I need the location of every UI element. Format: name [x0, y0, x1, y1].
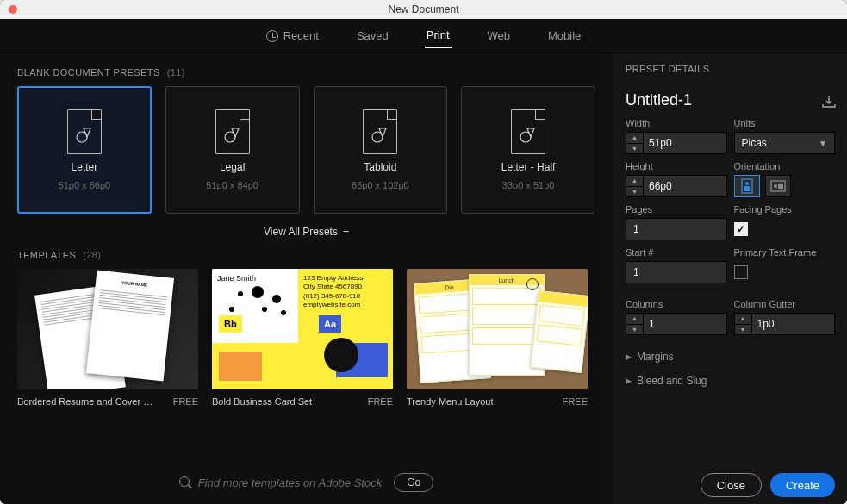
search-icon	[179, 476, 191, 488]
svg-rect-6	[744, 186, 750, 191]
presets-count: (11)	[167, 67, 185, 78]
window-close-dot[interactable]	[9, 5, 17, 14]
template-thumb[interactable]: YOUR NAME	[17, 269, 198, 389]
columns-value: 1	[649, 318, 655, 330]
height-stepper[interactable]: ▲▼	[626, 176, 644, 196]
margins-label: Margins	[637, 351, 674, 363]
tab-web[interactable]: Web	[486, 24, 513, 47]
template-name: Bordered Resume and Cover Let...	[17, 396, 155, 407]
titlebar: New Document	[0, 0, 847, 19]
orientation-portrait[interactable]	[734, 175, 760, 197]
template-thumb[interactable]: Din Lunch	[407, 269, 588, 389]
preset-name: Letter	[72, 161, 98, 173]
clock-icon	[266, 30, 278, 42]
start-input[interactable]: 1	[626, 261, 727, 283]
templates-count: (28)	[83, 250, 101, 260]
bleed-label: Bleed and Slug	[637, 375, 707, 387]
page-icon	[67, 109, 102, 154]
margins-disclosure[interactable]: ▶ Margins	[626, 351, 835, 363]
width-value: 51p0	[649, 137, 672, 149]
preset-name: Tabloid	[364, 161, 396, 173]
document-name-input[interactable]: Untitled-1	[626, 91, 692, 109]
units-label: Units	[734, 118, 836, 128]
stock-search: Find more templates on Adobe Stock Go	[17, 461, 595, 499]
tab-saved[interactable]: Saved	[355, 24, 390, 47]
biz-addr2: City State 4567890	[303, 283, 388, 291]
preset-name: Legal	[220, 161, 245, 173]
columns-stepper[interactable]: ▲▼	[626, 314, 644, 334]
preset-legal[interactable]: Legal 51p0 x 84p0	[165, 86, 300, 214]
units-select[interactable]: Picas ▼	[734, 132, 836, 154]
primary-text-frame-checkbox[interactable]	[734, 265, 748, 279]
width-input[interactable]: ▲▼ 51p0	[626, 132, 727, 154]
side-header-label: PRESET DETAILS	[626, 64, 710, 74]
template-name: Trendy Menu Layout	[407, 396, 493, 407]
gutter-input[interactable]: ▲▼ 1p0	[734, 313, 836, 335]
side-header: PRESET DETAILS	[626, 64, 835, 74]
presets-grid: Letter 51p0 x 66p0 Legal 51p0 x 84p0 Tab…	[17, 86, 595, 214]
preset-details-panel: PRESET DETAILS Untitled-1 Width ▲▼ 51p0 …	[613, 53, 847, 504]
template-thumb[interactable]: Jane Smith Bb 123 Empty Address City S	[212, 269, 393, 389]
template-resume: YOUR NAME Bordered Resume and Cover Let.…	[17, 269, 198, 407]
chevron-right-icon: ▶	[626, 352, 632, 361]
svg-rect-9	[778, 184, 783, 189]
view-all-presets-button[interactable]: View All Presets +	[17, 226, 595, 238]
start-label: Start #	[626, 247, 727, 258]
bleed-disclosure[interactable]: ▶ Bleed and Slug	[626, 375, 835, 387]
preset-tabloid[interactable]: Tabloid 66p0 x 102p0	[314, 86, 448, 214]
gutter-stepper[interactable]: ▲▼	[735, 314, 752, 334]
template-menu: Din Lunch Trendy Menu Layout FREE	[407, 269, 588, 407]
pages-input[interactable]: 1	[626, 218, 727, 240]
facing-pages-checkbox[interactable]: ✓	[734, 222, 748, 236]
template-business-card: Jane Smith Bb 123 Empty Address City S	[212, 269, 393, 407]
page-icon	[511, 109, 545, 154]
orientation-landscape[interactable]	[765, 175, 791, 197]
window-title: New Document	[388, 3, 458, 16]
units-value: Picas	[742, 137, 767, 149]
height-input[interactable]: ▲▼ 66p0	[626, 175, 727, 197]
preset-dimensions: 33p0 x 51p0	[502, 180, 555, 190]
templates-header: TEMPLATES (28)	[17, 250, 595, 260]
preset-letter[interactable]: Letter 51p0 x 66p0	[17, 86, 152, 214]
gutter-label: Column Gutter	[734, 299, 836, 309]
orientation-toggle	[734, 175, 836, 197]
create-label: Create	[786, 479, 819, 492]
height-value: 66p0	[649, 180, 672, 192]
width-label: Width	[626, 118, 727, 128]
tab-mobile-label: Mobile	[548, 29, 581, 42]
go-button[interactable]: Go	[394, 473, 433, 492]
go-label: Go	[407, 476, 420, 488]
orientation-label: Orientation	[734, 161, 836, 171]
columns-label: Columns	[626, 299, 727, 309]
presets-header-label: BLANK DOCUMENT PRESETS	[17, 67, 160, 78]
biz-site: emptywebsite.com	[303, 301, 388, 309]
tab-saved-label: Saved	[357, 29, 389, 42]
start-value: 1	[633, 266, 639, 278]
template-price: FREE	[173, 396, 198, 407]
biz-addr1: 123 Empty Address	[303, 274, 388, 283]
gutter-value: 1p0	[757, 318, 775, 330]
svg-point-8	[774, 184, 777, 188]
tab-recent[interactable]: Recent	[265, 24, 321, 47]
page-icon	[215, 109, 250, 154]
biz-bb: Bb	[219, 315, 242, 333]
pages-value: 1	[633, 223, 639, 235]
tab-print-label: Print	[427, 28, 450, 41]
dialog-footer: Close Create	[626, 463, 835, 497]
save-preset-icon[interactable]	[821, 96, 835, 106]
columns-input[interactable]: ▲▼ 1	[626, 313, 727, 335]
templates-grid: YOUR NAME Bordered Resume and Cover Let.…	[17, 269, 595, 407]
preset-letter-half[interactable]: Letter - Half 33p0 x 51p0	[461, 86, 595, 214]
search-placeholder[interactable]: Find more templates on Adobe Stock	[198, 476, 382, 489]
page-icon	[363, 109, 397, 154]
height-label: Height	[626, 161, 727, 171]
chevron-right-icon: ▶	[626, 376, 632, 385]
document-name-row: Untitled-1	[626, 91, 835, 109]
close-button[interactable]: Close	[701, 473, 762, 497]
create-button[interactable]: Create	[770, 473, 835, 497]
width-stepper[interactable]: ▲▼	[626, 133, 644, 153]
tab-print[interactable]: Print	[425, 23, 452, 48]
tab-mobile[interactable]: Mobile	[546, 24, 582, 47]
tab-recent-label: Recent	[283, 29, 319, 42]
facing-label: Facing Pages	[734, 204, 836, 215]
